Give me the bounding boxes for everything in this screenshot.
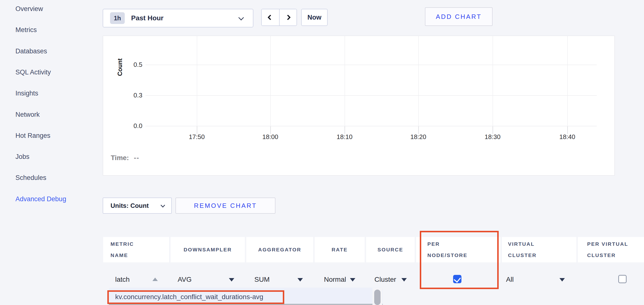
y-tick-label: 0.3	[113, 91, 142, 99]
header-line: RATE	[332, 244, 348, 255]
rate-select[interactable]: Normal	[324, 276, 346, 284]
gridline	[567, 36, 568, 126]
time-label: Time:	[111, 154, 129, 162]
time-window-label: Past Hour	[131, 14, 164, 22]
header-line: NAME	[110, 250, 169, 261]
gridline	[270, 36, 271, 126]
next-time-button[interactable]	[279, 9, 296, 25]
x-tick-label: 18:30	[478, 133, 507, 141]
chart-panel: Count 0.5 0.3 0.0 17:50 18:00 18:10 18:2…	[103, 35, 615, 176]
chevron-right-icon	[285, 15, 291, 20]
gridline	[418, 36, 419, 126]
virtual-cluster-select[interactable]: All	[506, 276, 514, 284]
header-line: CLUSTER	[508, 250, 576, 261]
time-step-buttons	[261, 9, 297, 26]
triangle-down-icon[interactable]	[560, 278, 565, 282]
hover-time-readout: Time: --	[111, 154, 140, 162]
x-tick-label: 18:20	[404, 133, 433, 141]
header-line: PER VIRTUAL	[587, 238, 644, 250]
column-header-aggregator: AGGREGATOR	[246, 237, 313, 262]
triangle-down-icon[interactable]	[402, 278, 407, 282]
x-tick-label: 18:00	[256, 133, 285, 141]
gridline	[146, 65, 597, 65]
header-line: METRIC	[110, 238, 169, 250]
time-range-selector[interactable]: 1h Past Hour	[103, 9, 254, 27]
x-tick-label: 18:40	[552, 133, 582, 141]
suggestions-scrollbar[interactable]	[374, 290, 380, 305]
gridline	[344, 36, 345, 126]
units-selector[interactable]: Units: Count	[103, 198, 172, 214]
sidebar-item-overview[interactable]: Overview	[16, 4, 43, 13]
y-tick-label: 0.0	[113, 122, 142, 130]
gridline	[492, 36, 493, 126]
header-line: AGGREGATOR	[258, 244, 302, 255]
triangle-up-icon[interactable]	[152, 278, 158, 281]
suggestion-divider	[109, 304, 383, 305]
triangle-down-icon[interactable]	[229, 278, 234, 282]
column-header-downsampler: DOWNSAMPLER	[170, 237, 245, 262]
header-line: CLUSTER	[587, 250, 644, 261]
column-header-per-virtual-cluster: PER VIRTUAL CLUSTER	[578, 237, 644, 262]
gridline	[197, 36, 197, 126]
gridline	[146, 95, 597, 96]
time-value: --	[134, 154, 140, 162]
header-line: SOURCE	[378, 244, 403, 255]
downsampler-select[interactable]: AVG	[178, 276, 192, 284]
column-header-source: SOURCE	[366, 237, 415, 262]
sidebar-item-metrics[interactable]: Metrics	[16, 25, 37, 34]
per-node-store-checkbox[interactable]	[453, 275, 462, 283]
chevron-down-icon	[238, 15, 244, 20]
add-chart-button[interactable]: ADD CHART	[425, 7, 492, 26]
aggregator-select[interactable]: SUM	[254, 276, 270, 284]
triangle-down-icon[interactable]	[298, 278, 303, 282]
x-tick-label: 18:10	[330, 133, 359, 141]
metric-name-input[interactable]: latch	[115, 276, 130, 284]
sidebar-item-hot-ranges[interactable]: Hot Ranges	[16, 131, 50, 140]
sidebar-item-advanced-debug[interactable]: Advanced Debug	[16, 195, 66, 203]
header-line: DOWNSAMPLER	[184, 244, 232, 255]
remove-chart-button[interactable]: REMOVE CHART	[176, 198, 276, 214]
sidebar-item-sql-activity[interactable]: SQL Activity	[16, 68, 51, 77]
suggestion-item[interactable]: kv.concurrency.latch_conflict_wait_durat…	[115, 293, 263, 301]
per-virtual-cluster-checkbox[interactable]	[618, 275, 626, 283]
x-tick-label: 17:50	[182, 133, 212, 141]
triangle-down-icon[interactable]	[350, 278, 355, 282]
custom-chart-page: Overview Metrics Databases SQL Activity …	[0, 0, 644, 305]
gridline	[146, 126, 597, 126]
header-line: VIRTUAL	[508, 238, 576, 250]
header-line: NODE/STORE	[427, 250, 500, 261]
sidebar-item-schedules[interactable]: Schedules	[16, 173, 46, 182]
sidebar-item-network[interactable]: Network	[16, 110, 40, 119]
axis-tick	[270, 126, 271, 134]
axis-tick	[418, 126, 419, 134]
axis-tick	[344, 126, 345, 134]
axis-tick	[492, 126, 493, 134]
axis-tick	[197, 126, 197, 134]
sidebar-item-databases[interactable]: Databases	[16, 47, 47, 55]
now-button[interactable]: Now	[301, 9, 328, 26]
sidebar-item-jobs[interactable]: Jobs	[16, 152, 30, 161]
chevron-down-icon	[160, 203, 165, 207]
y-tick-label: 0.5	[113, 61, 142, 68]
column-header-metric-name: METRIC NAME	[103, 237, 169, 262]
column-header-rate: RATE	[315, 237, 365, 262]
chevron-left-icon	[268, 15, 273, 20]
source-select[interactable]: Cluster	[374, 276, 396, 284]
prev-time-button[interactable]	[262, 9, 279, 25]
sidebar-item-insights[interactable]: Insights	[16, 89, 38, 98]
header-line: PER	[427, 238, 500, 250]
axis-tick	[567, 126, 568, 134]
column-header-per-node-store: PER NODE/STORE	[416, 237, 500, 262]
column-header-virtual-cluster: VIRTUAL CLUSTER	[502, 237, 576, 262]
units-label: Units: Count	[110, 202, 149, 210]
time-window-badge: 1h	[110, 12, 125, 24]
